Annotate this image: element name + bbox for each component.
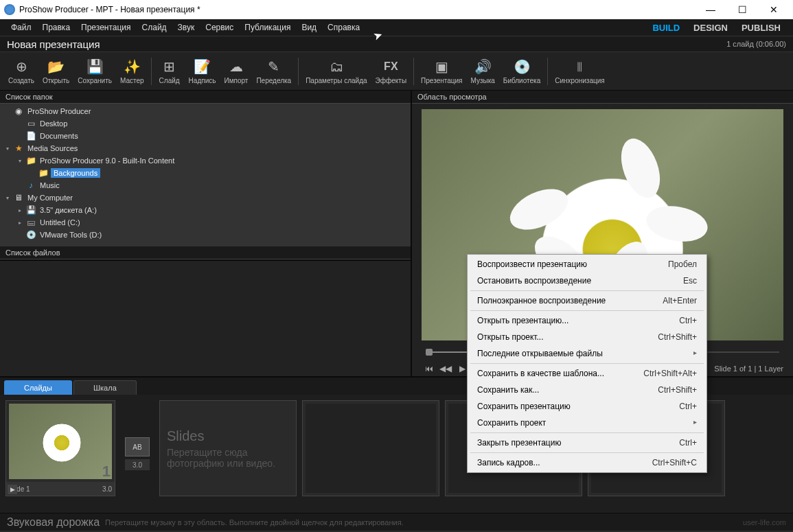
ctx-сохранить-в-качестве-шаблона-[interactable]: Сохранить в качестве шаблона...Ctrl+Shif… (468, 365, 706, 382)
chevron-icon[interactable]: ▾ (4, 195, 11, 201)
toolbar-синхронизация[interactable]: ⦀Синхронизация (551, 56, 608, 86)
audio-track[interactable]: Звуковая дорожка Перетащите музыку в эту… (0, 513, 793, 531)
folder-icon: ▭ (25, 119, 36, 128)
folder-proshow-producer[interactable]: ◉ProShow Producer (0, 105, 411, 117)
ctx-последние-открываемые-файлы[interactable]: Последние открываемые файлы ▸ (468, 345, 706, 362)
folder-backgrounds[interactable]: 📁Backgrounds (0, 167, 411, 179)
folder-proshow-producer-9-0-built-in-content[interactable]: ▾📁ProShow Producer 9.0 - Built-In Conten… (0, 154, 411, 167)
folder-media-sources[interactable]: ▾★Media Sources (0, 142, 411, 154)
chevron-icon[interactable]: ▾ (16, 158, 23, 164)
menu-сервис[interactable]: Сервис (200, 20, 239, 35)
toolbar-слайд[interactable]: ⊞Слайд (154, 56, 185, 86)
ctx-shortcut: Esc (683, 276, 697, 286)
ctx-воспроизвести-презентацию[interactable]: Воспроизвести презентациюПробел (468, 256, 706, 273)
menu-слайд[interactable]: Слайд (137, 20, 172, 35)
tab-slides[interactable]: Слайды (4, 380, 72, 395)
folder-icon: ♪ (25, 181, 36, 190)
header-bar: Новая презентация 1 слайд (0:06.00) (0, 36, 793, 52)
folder-icon: 💾 (25, 205, 36, 215)
toolbar-сохранить[interactable]: 💾Сохранить (73, 56, 116, 86)
ctx-label: Открыть проект... (477, 332, 658, 342)
presentation-status: 1 слайд (0:06.00) (726, 40, 786, 48)
ctx-сохранить-проект[interactable]: Сохранить проект ▸ (468, 415, 706, 431)
menu-файл[interactable]: Файл (5, 20, 37, 35)
ctx-открыть-презентацию-[interactable]: Открыть презентацию...Ctrl+ (468, 312, 706, 329)
ctx-label: Последние открываемые файлы (477, 349, 693, 358)
folder-label: VMware Tools (D:) (38, 230, 103, 240)
maximize-button[interactable]: ☐ (727, 0, 757, 19)
ctx-сохранить-презентацию[interactable]: Сохранить презентациюCtrl+ (468, 398, 706, 415)
tab-scale[interactable]: Шкала (73, 380, 137, 395)
menu-звук[interactable]: Звук (172, 20, 200, 35)
ctx-остановить-воспроизведение[interactable]: Остановить воспроизведениеEsc (468, 273, 706, 289)
mode-publish[interactable]: PUBLISH (735, 20, 788, 36)
placeholder-line2: фотографию или видео. (167, 458, 296, 469)
transition-type[interactable]: AB (125, 437, 150, 456)
menu-презентация[interactable]: Презентация (76, 20, 137, 35)
toolbar-separator (298, 58, 299, 85)
toolbar-переделка[interactable]: ✎Переделка (252, 56, 295, 86)
toolbar-label: Презентация (421, 77, 462, 84)
toolbar-импорт[interactable]: ☁Импорт (220, 56, 252, 86)
transition-duration[interactable]: 3.0 (125, 459, 150, 470)
ctx-запись-кадров-[interactable]: Запись кадров...Ctrl+Shift+C (468, 454, 706, 471)
chevron-icon[interactable]: ▾ (4, 146, 11, 152)
folder-icon: 🖥 (13, 193, 24, 203)
folder-3-5-a-[interactable]: ▸💾3.5" дискета (A:) (0, 204, 411, 216)
folder-icon: ★ (13, 143, 24, 153)
mode-design[interactable]: DESIGN (687, 20, 735, 36)
slide-duration[interactable]: 3.0 (102, 485, 112, 493)
slide-placeholder[interactable]: Slides Перетащите сюда фотографию или ви… (159, 400, 297, 496)
toolbar-label: Мастер (120, 77, 144, 84)
toolbar-презентация[interactable]: ▣Презентация (417, 56, 466, 86)
toolbar-label: Переделка (256, 77, 291, 84)
folder-vmware-tools-d-[interactable]: 💿VMware Tools (D:) (0, 229, 411, 241)
slide-thumbnail-1[interactable]: 1 Slide 1 3.0 ▶ (5, 400, 115, 496)
titlebar: ProShow Producer - MPT - Новая презентац… (0, 0, 793, 19)
toolbar-мастер[interactable]: ✨Мастер (116, 56, 148, 86)
ctx-открыть-проект-[interactable]: Открыть проект...Ctrl+Shift+ (468, 329, 706, 345)
folder-label: Backgrounds (51, 168, 100, 178)
transition-cell[interactable]: AB 3.0 (121, 400, 154, 507)
file-list[interactable] (0, 259, 411, 376)
mode-build[interactable]: BUILD (645, 20, 687, 36)
библиотека-icon: 💿 (513, 58, 531, 76)
menu-правка[interactable]: Правка (37, 20, 76, 35)
toolbar-библиотека[interactable]: 💿Библиотека (499, 56, 544, 86)
ctx-полноэкранное-воспроизведение[interactable]: Полноэкранное воспроизведениеAlt+Enter (468, 292, 706, 309)
toolbar-label: Параметры слайда (306, 77, 367, 84)
menu-публикация[interactable]: Публикация (239, 20, 296, 35)
context-menu[interactable]: Воспроизвести презентациюПробелОстановит… (467, 254, 707, 473)
prev-slide-button[interactable]: ⏮ (422, 362, 437, 375)
play-slide-icon[interactable]: ▶ (8, 485, 17, 494)
folder-music[interactable]: ♪Music (0, 179, 411, 192)
chevron-icon[interactable]: ▸ (16, 220, 23, 226)
toolbar-открыть[interactable]: 📂Открыть (38, 56, 73, 86)
folder-tree[interactable]: ◉ProShow Producer▭Desktop📄Documents▾★Med… (0, 104, 411, 246)
menu-вид[interactable]: Вид (296, 20, 322, 35)
toolbar-создать[interactable]: ⊕Создать (4, 56, 38, 86)
folder-desktop[interactable]: ▭Desktop (0, 117, 411, 130)
step-back-button[interactable]: ◀◀ (438, 362, 453, 375)
toolbar-эффекты[interactable]: FXЭффекты (371, 56, 411, 86)
toolbar-надпись[interactable]: 📝Надпись (185, 56, 220, 86)
menu-справка[interactable]: Справка (322, 20, 365, 35)
импорт-icon: ☁ (227, 58, 245, 76)
ctx-закрыть-презентацию[interactable]: Закрыть презентациюCtrl+ (468, 435, 706, 451)
placeholder-title: Slides (167, 428, 296, 444)
ctx-shortcut: Ctrl+ (679, 438, 697, 448)
folder-my-computer[interactable]: ▾🖥My Computer (0, 192, 411, 204)
folder-documents[interactable]: 📄Documents (0, 130, 411, 142)
ctx-сохранить-как-[interactable]: Сохранить как...Ctrl+Shift+ (468, 382, 706, 398)
slide-empty-1[interactable] (302, 400, 439, 496)
слайд-icon: ⊞ (161, 58, 179, 76)
close-button[interactable]: ✕ (759, 0, 789, 19)
folder-untitled-c-[interactable]: ▸🖴Untitled (C:) (0, 216, 411, 229)
toolbar-музыка[interactable]: 🔊Музыка (466, 56, 498, 86)
синхронизация-icon: ⦀ (571, 58, 588, 76)
toolbar-параметры слайда[interactable]: 🗂Параметры слайда (301, 56, 371, 86)
chevron-icon[interactable]: ▸ (16, 207, 23, 213)
folder-panel-title: Список папок (0, 91, 411, 104)
minimize-button[interactable]: — (696, 0, 726, 19)
ctx-label: Сохранить презентацию (477, 402, 679, 411)
